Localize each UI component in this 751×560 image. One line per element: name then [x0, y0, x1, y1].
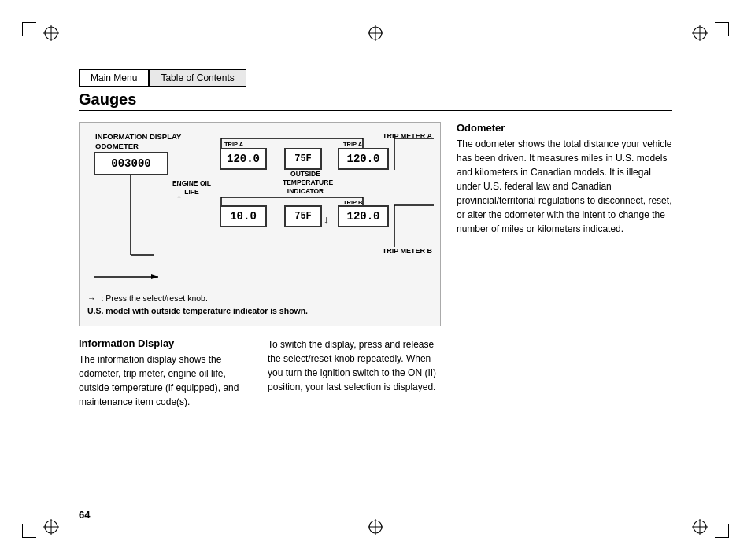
bottom-arrow-svg — [94, 272, 165, 282]
reg-mark-bl — [43, 519, 59, 535]
odometer-text: The odometer shows the total distance yo… — [457, 137, 672, 236]
top-nav: Main Menu Table of Contents — [79, 69, 246, 87]
caption-text-1: : Press the select/reset knob. — [101, 293, 207, 303]
outside-temp-down-arrow: ↓ — [324, 213, 329, 226]
information-display-column: Information Display The information disp… — [79, 337, 252, 418]
main-menu-button[interactable]: Main Menu — [79, 69, 149, 87]
title-underline — [79, 110, 672, 111]
label-information-display: INFORMATION DISPLAY — [95, 132, 181, 141]
information-display-title: Information Display — [79, 337, 252, 349]
temp-a-display: 75F — [284, 148, 322, 170]
right-column: Odometer The odometer shows the total di… — [457, 122, 672, 245]
corner-mark-bl — [22, 524, 36, 538]
engine-oil-up-arrow: ↑ — [176, 192, 182, 204]
oil-life-display: 10.0 — [220, 205, 267, 227]
switch-display-column: To switch the display, press and release… — [268, 337, 441, 418]
page-title: Gauges — [79, 90, 136, 109]
reg-mark-tc — [368, 25, 383, 41]
label-trip-meter-b: TRIP METER B — [383, 247, 432, 255]
diagram-wrapper: INFORMATION DISPLAY ODOMETER TRIP METER … — [87, 131, 434, 288]
trip-a-small-display: 120.0 — [220, 148, 267, 170]
label-trip-a-right: TRIP A — [343, 141, 362, 148]
page-number: 64 — [79, 509, 90, 521]
caption-line-2: U.S. model with outside temperature indi… — [87, 305, 432, 318]
left-column: INFORMATION DISPLAY ODOMETER TRIP METER … — [79, 122, 441, 418]
trip-a-large-display: 120.0 — [338, 148, 389, 170]
reg-mark-tl — [43, 25, 59, 41]
corner-mark-tl — [22, 22, 36, 36]
reg-mark-tr — [692, 25, 708, 41]
content-area: INFORMATION DISPLAY ODOMETER TRIP METER … — [79, 122, 672, 497]
label-trip-meter-a: TRIP METER A — [383, 132, 432, 140]
table-of-contents-button[interactable]: Table of Contents — [149, 69, 246, 87]
reg-mark-bc — [368, 519, 383, 535]
temp-b-display: 75F — [284, 205, 322, 227]
diagram-box: INFORMATION DISPLAY ODOMETER TRIP METER … — [79, 122, 441, 326]
label-outside-temp: OUTSIDETEMPERATUREINDICATOR — [283, 170, 328, 196]
information-display-text: The information display shows the odomet… — [79, 352, 252, 409]
trip-b-display: 120.0 — [338, 205, 389, 227]
bottom-arrow-container — [94, 272, 427, 282]
caption-line-1: → : Press the select/reset knob. — [87, 293, 432, 305]
corner-mark-tr — [715, 22, 729, 36]
reg-mark-br — [692, 519, 708, 535]
diagram-caption: → : Press the select/reset knob. U.S. mo… — [87, 293, 432, 318]
label-odometer: ODOMETER — [95, 142, 139, 150]
odometer-display: 003000 — [94, 152, 168, 175]
text-columns: Information Display The information disp… — [79, 337, 441, 418]
odometer-title: Odometer — [457, 122, 672, 134]
caption-arrow-icon: → — [87, 293, 96, 305]
corner-mark-br — [715, 524, 729, 538]
switch-display-text: To switch the display, press and release… — [268, 337, 441, 394]
label-trip-a-small: TRIP A — [224, 141, 243, 148]
